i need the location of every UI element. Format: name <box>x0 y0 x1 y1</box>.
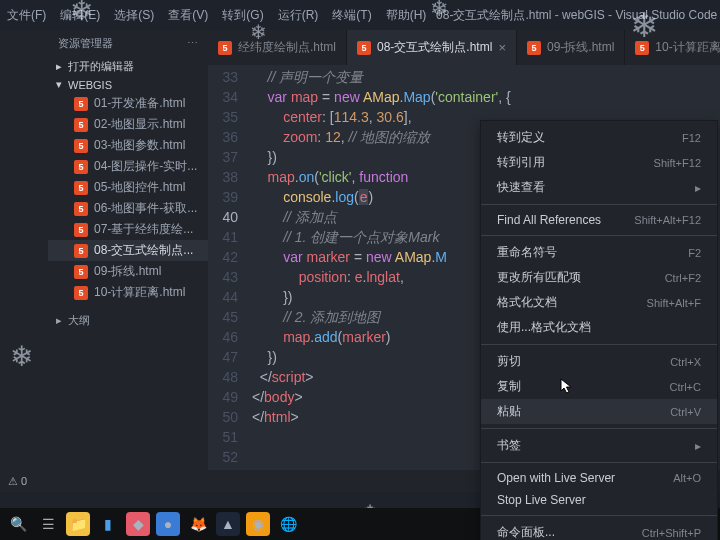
file-item[interactable]: 507-基于经纬度绘... <box>48 219 208 240</box>
activity-bar <box>0 30 48 470</box>
context-menu-item[interactable]: 复制Ctrl+C <box>481 374 717 399</box>
sidebar-title: 资源管理器 ⋯ <box>48 30 208 57</box>
html-icon: 5 <box>74 118 88 132</box>
context-menu-item[interactable]: 书签▸ <box>481 433 717 458</box>
sidebar: 资源管理器 ⋯ ▸ 打开的编辑器 ▾ WEBGIS 501-开发准备.html5… <box>48 30 208 470</box>
titlebar: 文件(F) 编辑(E) 选择(S) 查看(V) 转到(G) 运行(R) 终端(T… <box>0 0 720 30</box>
window-title: 08-交互式绘制点.html - webGIS - Visual Studio … <box>433 7 720 24</box>
html-icon: 5 <box>74 139 88 153</box>
tab[interactable]: 510-计算距离.html <box>625 30 720 65</box>
html-icon: 5 <box>635 41 649 55</box>
context-menu-item[interactable]: 转到引用Shift+F12 <box>481 150 717 175</box>
html-icon: 5 <box>74 202 88 216</box>
tab[interactable]: 5经纬度绘制点.html <box>208 30 347 65</box>
file-item[interactable]: 510-计算距离.html <box>48 282 208 303</box>
html-icon: 5 <box>527 41 541 55</box>
context-menu-item[interactable]: 格式化文档Shift+Alt+F <box>481 290 717 315</box>
taskbar-firefox-icon[interactable]: 🦊 <box>186 512 210 536</box>
line-gutter: 3334353637383940414243444546474849505152 <box>208 65 252 470</box>
menu-help[interactable]: 帮助(H) <box>379 7 434 24</box>
context-menu-item[interactable]: Stop Live Server <box>481 489 717 511</box>
taskbar-app-icon[interactable]: ◆ <box>126 512 150 536</box>
new-file-icon[interactable]: ⋯ <box>187 37 198 50</box>
file-item[interactable]: 503-地图参数.html <box>48 135 208 156</box>
status-problems[interactable]: ⚠ 0 <box>8 475 27 488</box>
chevron-right-icon: ▸ <box>54 60 64 73</box>
context-menu-item[interactable]: 重命名符号F2 <box>481 240 717 265</box>
editor-tabs: 5经纬度绘制点.html508-交互式绘制点.html×509-拆线.html5… <box>208 30 720 65</box>
menu-edit[interactable]: 编辑(E) <box>53 7 107 24</box>
tab[interactable]: 508-交互式绘制点.html× <box>347 30 517 65</box>
menu-select[interactable]: 选择(S) <box>107 7 161 24</box>
opened-editors-section[interactable]: ▸ 打开的编辑器 <box>48 57 208 76</box>
taskbar-app-icon[interactable]: ▲ <box>216 512 240 536</box>
taskbar-explorer-icon[interactable]: 📁 <box>66 512 90 536</box>
html-icon: 5 <box>74 181 88 195</box>
menu-terminal[interactable]: 终端(T) <box>325 7 378 24</box>
chevron-down-icon: ▾ <box>54 78 64 91</box>
menu-view[interactable]: 查看(V) <box>161 7 215 24</box>
taskbar-vscode-icon[interactable]: ▮ <box>96 512 120 536</box>
taskbar-app-icon[interactable]: ◉ <box>246 512 270 536</box>
context-menu-item[interactable]: 粘贴Ctrl+V <box>481 399 717 424</box>
html-icon: 5 <box>74 97 88 111</box>
context-menu: 转到定义F12转到引用Shift+F12快速查看▸Find All Refere… <box>480 120 718 540</box>
file-item[interactable]: 505-地图控件.html <box>48 177 208 198</box>
context-menu-item[interactable]: 更改所有匹配项Ctrl+F2 <box>481 265 717 290</box>
file-item[interactable]: 506-地图事件-获取... <box>48 198 208 219</box>
html-icon: 5 <box>74 286 88 300</box>
outline-section[interactable]: ▸ 大纲 <box>48 309 208 332</box>
taskbar-chrome-icon[interactable]: 🌐 <box>276 512 300 536</box>
menu-goto[interactable]: 转到(G) <box>215 7 270 24</box>
tab[interactable]: 509-拆线.html <box>517 30 625 65</box>
file-item[interactable]: 508-交互式绘制点... <box>48 240 208 261</box>
html-icon: 5 <box>74 223 88 237</box>
html-icon: 5 <box>74 160 88 174</box>
html-icon: 5 <box>74 265 88 279</box>
chevron-right-icon: ▸ <box>54 314 64 327</box>
mouse-cursor <box>560 378 574 396</box>
context-menu-item[interactable]: 快速查看▸ <box>481 175 717 200</box>
file-item[interactable]: 501-开发准备.html <box>48 93 208 114</box>
html-icon: 5 <box>74 244 88 258</box>
context-menu-item[interactable]: Find All ReferencesShift+Alt+F12 <box>481 209 717 231</box>
folder-section[interactable]: ▾ WEBGIS <box>48 76 208 93</box>
taskbar-search-icon[interactable]: 🔍 <box>6 512 30 536</box>
context-menu-item[interactable]: Open with Live ServerAlt+O <box>481 467 717 489</box>
taskbar-app-icon[interactable]: ● <box>156 512 180 536</box>
file-item[interactable]: 502-地图显示.html <box>48 114 208 135</box>
menu-file[interactable]: 文件(F) <box>0 7 53 24</box>
file-item[interactable]: 504-图层操作-实时... <box>48 156 208 177</box>
close-icon[interactable]: × <box>498 40 506 55</box>
file-item[interactable]: 509-拆线.html <box>48 261 208 282</box>
context-menu-item[interactable]: 转到定义F12 <box>481 125 717 150</box>
menu-run[interactable]: 运行(R) <box>271 7 326 24</box>
context-menu-item[interactable]: 剪切Ctrl+X <box>481 349 717 374</box>
html-icon: 5 <box>357 41 371 55</box>
taskbar-taskview-icon[interactable]: ☰ <box>36 512 60 536</box>
context-menu-item[interactable]: 命令面板...Ctrl+Shift+P <box>481 520 717 540</box>
html-icon: 5 <box>218 41 232 55</box>
context-menu-item[interactable]: 使用...格式化文档 <box>481 315 717 340</box>
